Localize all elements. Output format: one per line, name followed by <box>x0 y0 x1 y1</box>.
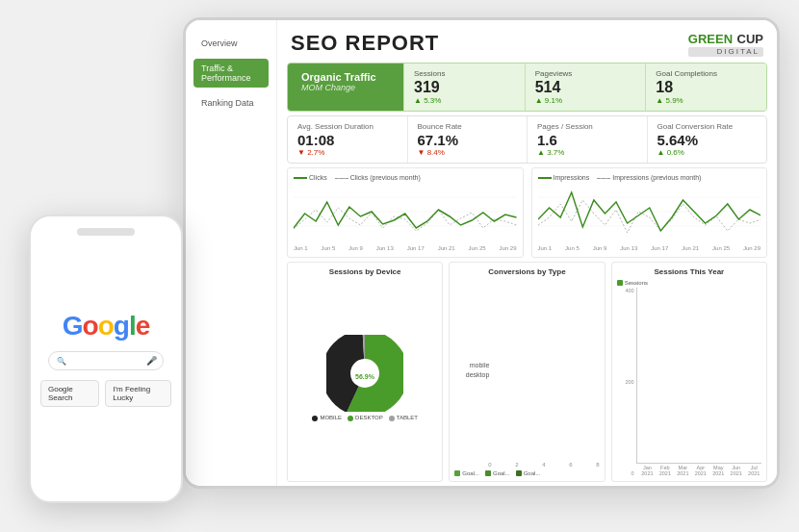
pie-chart-svg: 42.1% 56.9% <box>326 335 403 412</box>
svg-text:56.9%: 56.9% <box>355 373 375 380</box>
phone-buttons: Google Search I'm Feeling Lucky <box>40 380 171 407</box>
vbar-legend: Sessions <box>617 280 761 286</box>
goal-conversion-cell: Goal Conversion Rate 5.64% ▲ 0.6% <box>648 116 767 163</box>
conversions-by-type-box: Conversions by Type mobile desktop <box>449 262 605 482</box>
vbar-wrapper: 400 200 0 Jan 2021 <box>617 288 761 476</box>
google-logo: Google <box>63 311 149 342</box>
bounce-rate-label: Bounce Rate <box>418 122 518 131</box>
hbar-legend-2: Goal... <box>485 470 510 476</box>
hbar-area: mobile desktop <box>454 280 599 460</box>
impressions-legend-prev: Impressions (previous month) <box>597 174 701 181</box>
google-search-button[interactable]: Google Search <box>40 380 99 407</box>
phone: Google 🔍 🎤 Google Search I'm Feeling Luc… <box>29 215 183 503</box>
goal-completions-label: Goal Completions <box>656 69 717 78</box>
mic-icon: 🎤 <box>146 356 157 366</box>
impressions-legend: Impressions Impressions (previous month) <box>538 174 761 181</box>
vbar-chart <box>636 288 761 464</box>
vbar-xlabel-mar: Mar 2021 <box>676 465 690 476</box>
clicks-chart: Clicks Clicks (previous month) Jun 1Jun … <box>287 167 524 258</box>
clicks-legend-prev: Clicks (previous month) <box>335 174 421 181</box>
goal-completions-value: 18 <box>656 79 673 96</box>
sessions-label: Sessions <box>414 69 445 78</box>
main-content: SEO REPORT GREEN CUP DIGITAL Organic Tra… <box>277 20 777 486</box>
pageviews-label: Pageviews <box>535 69 573 78</box>
hbar-label-mobile: mobile <box>458 362 489 368</box>
pie-legend: MOBILE DESKTOP TABLET <box>312 415 418 420</box>
logo: GREEN CUP DIGITAL <box>688 30 763 57</box>
vbar-xlabel-feb: Feb 2021 <box>657 465 672 476</box>
vbar-legend-sessions: Sessions <box>617 280 648 286</box>
avg-session-label: Avg. Session Duration <box>297 122 398 131</box>
feeling-lucky-button[interactable]: I'm Feeling Lucky <box>105 380 171 407</box>
sidebar-item-traffic[interactable]: Traffic & Performance <box>193 59 269 88</box>
goal-conversion-change: ▲ 0.6% <box>657 148 758 157</box>
impressions-svg <box>538 183 761 241</box>
tablet: Overview Traffic & Performance Ranking D… <box>183 17 780 489</box>
goal-completions-change: ▲ 5.9% <box>656 96 683 105</box>
stats-row2: Avg. Session Duration 01:08 ▼ 2.7% Bounc… <box>287 115 767 164</box>
avg-session-change: ▼ 2.7% <box>297 148 398 157</box>
sidebar: Overview Traffic & Performance Ranking D… <box>186 20 277 486</box>
svg-text:42.1%: 42.1% <box>355 364 375 370</box>
organic-traffic-title: Organic Traffic <box>301 71 390 83</box>
pages-session-change: ▲ 3.7% <box>537 148 637 157</box>
phone-notch <box>77 228 135 236</box>
hbar-row-mobile: mobile <box>458 362 595 368</box>
organic-traffic-sub: MOM Change <box>301 83 390 92</box>
clicks-x-labels: Jun 1Jun 5Jun 9Jun 13Jun 17Jun 21Jun 25J… <box>294 245 517 251</box>
vbar-xlabel-jun: Jun 2021 <box>729 465 743 476</box>
pages-session-label: Pages / Session <box>537 122 637 131</box>
avg-session-value: 01:08 <box>297 132 398 148</box>
logo-digital: DIGITAL <box>688 47 763 58</box>
hbar-label-desktop: desktop <box>458 371 489 378</box>
hbar-row-desktop: desktop <box>458 371 595 378</box>
sessions-by-device-box: Sessions by Device 42.1% 56.9% MOBILE <box>287 262 443 482</box>
goal-conversion-label: Goal Conversion Rate <box>657 122 758 131</box>
pageviews-cell: Pageviews 514 ▲ 9.1% <box>525 63 646 111</box>
bounce-rate-change: ▼ 8.4% <box>418 148 518 157</box>
vbar-xlabel-jan: Jan 2021 <box>640 465 655 476</box>
impressions-legend-current: Impressions <box>538 174 590 181</box>
bounce-rate-cell: Bounce Rate 67.1% ▼ 8.4% <box>408 116 528 163</box>
sessions-this-year-box: Sessions This Year Sessions 400 200 0 <box>611 262 767 482</box>
hbar-x-labels: 02468 <box>454 462 599 468</box>
hbar-bars-desktop <box>492 372 595 376</box>
logo-cup: CUP <box>737 32 763 46</box>
sidebar-item-overview[interactable]: Overview <box>193 34 269 53</box>
pageviews-change: ▲ 9.1% <box>535 96 562 105</box>
pie-legend-desktop: DESKTOP <box>348 415 383 420</box>
report-title: SEO REPORT <box>291 31 439 56</box>
impressions-x-labels: Jun 1Jun 5Jun 9Jun 13Jun 17Jun 21Jun 25J… <box>538 245 761 251</box>
impressions-chart: Impressions Impressions (previous month)… <box>531 167 768 258</box>
sessions-by-device-title: Sessions by Device <box>293 267 437 276</box>
pageviews-value: 514 <box>535 79 561 96</box>
pie-legend-mobile: MOBILE <box>312 415 342 420</box>
avg-session-cell: Avg. Session Duration 01:08 ▼ 2.7% <box>288 116 408 163</box>
sessions-this-year-title: Sessions This Year <box>617 267 761 276</box>
clicks-legend: Clicks Clicks (previous month) <box>294 174 517 181</box>
sessions-value: 319 <box>414 79 440 96</box>
charts-row: Clicks Clicks (previous month) Jun 1Jun … <box>287 167 767 258</box>
search-icon: 🔍 <box>57 357 66 366</box>
pie-chart-area: 42.1% 56.9% MOBILE DESKTOP TABLET <box>293 280 437 476</box>
bounce-rate-value: 67.1% <box>418 132 518 148</box>
hbar-bars-mobile <box>492 363 595 367</box>
hbar-legend-3: Goal... <box>516 470 541 476</box>
organic-traffic-cell: Organic Traffic MOM Change <box>288 63 403 111</box>
report-header: SEO REPORT GREEN CUP DIGITAL <box>277 20 777 63</box>
stats-row1: Organic Traffic MOM Change Sessions 319 … <box>287 63 767 112</box>
vbar-xlabel-jul: Jul 2021 <box>746 465 760 476</box>
sidebar-item-ranking[interactable]: Ranking Data <box>193 93 269 113</box>
clicks-legend-current: Clicks <box>294 174 327 181</box>
goal-conversion-value: 5.64% <box>657 132 758 148</box>
vbar-x-labels: Jan 2021 Feb 2021 Mar 2021 Apr 2021 May … <box>636 465 761 476</box>
pages-session-cell: Pages / Session 1.6 ▲ 3.7% <box>528 116 648 163</box>
goal-completions-cell: Goal Completions 18 ▲ 5.9% <box>645 63 766 111</box>
hbar-legend-1: Goal... <box>454 470 479 476</box>
pie-legend-tablet: TABLET <box>389 415 418 420</box>
vbar-y-labels: 400 200 0 <box>617 288 634 476</box>
bottom-row: Sessions by Device 42.1% 56.9% MOBILE <box>287 262 767 482</box>
vbar-xlabel-may: May 2021 <box>711 465 726 476</box>
phone-search-bar[interactable]: 🔍 🎤 <box>48 351 164 370</box>
sessions-cell: Sessions 319 ▲ 5.3% <box>403 63 525 111</box>
